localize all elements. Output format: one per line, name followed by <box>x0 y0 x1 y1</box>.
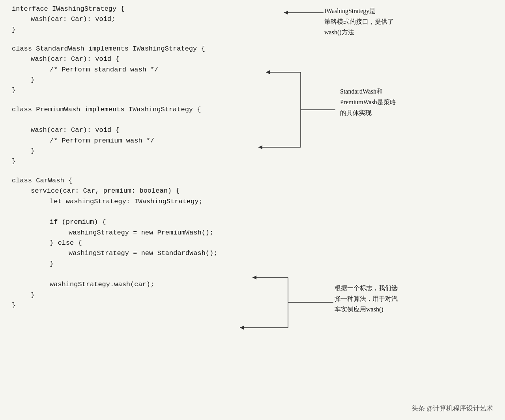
code-line: if (premium) { <box>12 217 280 227</box>
code-line: class PremiumWash implements IWashingStr… <box>12 105 280 115</box>
code-line: } <box>12 259 280 269</box>
code-line: class StandardWash implements IWashingSt… <box>12 44 280 54</box>
code-line: /* Perform standard wash */ <box>12 65 280 75</box>
code-line: let washingStrategy: IWashingStrategy; <box>12 197 280 207</box>
annotation-1: IWashingStrategy是策略模式的接口，提供了wash()方法 <box>324 6 394 38</box>
code-line: } <box>12 146 280 156</box>
code-line: service(car: Car, premium: boolean) { <box>12 186 280 196</box>
code-block-interface: interface IWashingStrategy { wash(car: C… <box>12 4 280 35</box>
code-line: interface IWashingStrategy { <box>12 4 280 14</box>
code-line: washingStrategy = new StandardWash(); <box>12 248 280 259</box>
page: interface IWashingStrategy { wash(car: C… <box>0 0 505 420</box>
code-line: } <box>12 75 280 85</box>
code-line <box>12 269 280 279</box>
code-line: /* Perform premium wash */ <box>12 136 280 146</box>
code-line: } <box>12 290 280 300</box>
code-block-premiumwash: class PremiumWash implements IWashingStr… <box>12 105 280 167</box>
annotation-2: StandardWash和PremiumWash是策略的具体实现 <box>340 86 396 118</box>
watermark: 头条 @计算机程序设计艺术 <box>411 404 493 413</box>
code-line: } <box>12 25 280 35</box>
code-block-carwash: class CarWash { service(car: Car, premiu… <box>12 176 280 311</box>
svg-marker-14 <box>240 326 244 330</box>
code-line: class CarWash { <box>12 176 280 186</box>
code-line <box>12 207 280 217</box>
code-line <box>12 115 280 125</box>
code-line: } <box>12 300 280 311</box>
code-block-standardwash: class StandardWash implements IWashingSt… <box>12 44 280 96</box>
annotation-3: 根据一个标志，我们选择一种算法，用于对汽车实例应用wash() <box>335 283 398 315</box>
code-line: wash(car: Car): void; <box>12 14 280 24</box>
code-line: wash(car: Car): void { <box>12 54 280 64</box>
code-line: washingStrategy = new PremiumWash(); <box>12 228 280 238</box>
code-line: } <box>12 85 280 96</box>
code-line: } <box>12 156 280 167</box>
svg-marker-1 <box>284 11 288 15</box>
code-line: } else { <box>12 238 280 248</box>
code-line: wash(car: Car): void { <box>12 125 280 135</box>
code-area: interface IWashingStrategy { wash(car: C… <box>12 4 280 319</box>
code-line: washingStrategy.wash(car); <box>12 279 280 290</box>
